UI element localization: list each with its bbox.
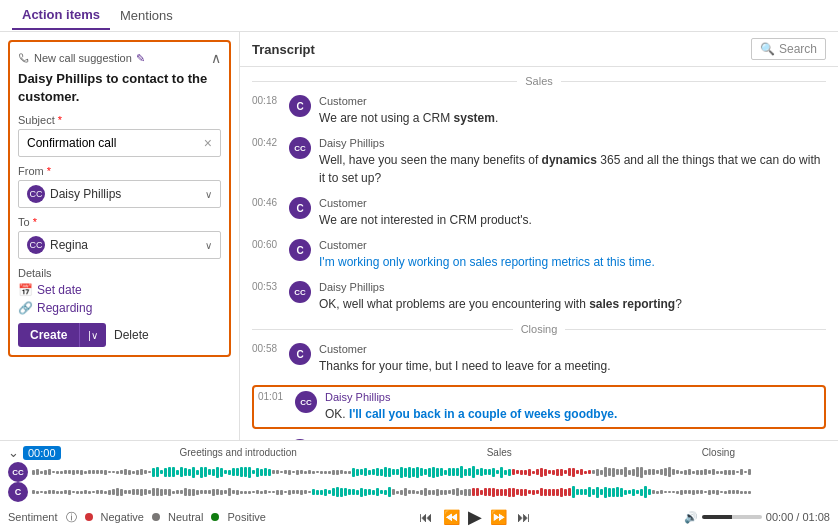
waveform-row-customer: C	[8, 482, 830, 502]
suggestion-label: New call suggestion ✎	[18, 52, 145, 65]
collapse-timeline-icon[interactable]: ⌄	[8, 445, 19, 460]
table-row: 00:42 CC Daisy Phillips Well, have you s…	[252, 137, 826, 187]
msg-content: Customer We are not interested in CRM pr…	[319, 197, 826, 229]
play-button[interactable]: ▶	[468, 506, 482, 528]
table-row: 00:53 CC Daisy Phillips OK, well what pr…	[252, 281, 826, 313]
avatar: C	[289, 197, 311, 219]
table-row: 00:18 C Customer We are not using a CRM …	[252, 95, 826, 127]
avatar: C	[289, 95, 311, 117]
to-avatar: CC	[27, 236, 45, 254]
next-button[interactable]: ⏭	[515, 507, 533, 527]
from-avatar: CC	[27, 185, 45, 203]
search-box[interactable]: 🔍 Search	[751, 38, 826, 60]
waveform-row-daisy: CC	[8, 462, 830, 482]
subject-label: Subject *	[18, 114, 221, 126]
phone-icon	[18, 52, 30, 64]
neutral-label: Neutral	[168, 511, 203, 523]
closing-divider: Closing	[252, 323, 826, 335]
create-button-group: Create |∨	[18, 323, 106, 347]
msg-sender: Daisy Phillips	[319, 137, 826, 149]
tab-mentions[interactable]: Mentions	[110, 2, 183, 29]
timeline-label-sales: Sales	[487, 447, 512, 458]
delete-button[interactable]: Delete	[114, 328, 149, 342]
msg-content: Daisy Phillips OK. I'll call you back in…	[325, 391, 820, 423]
highlight-link: I'll call you back in a couple of weeks …	[349, 407, 617, 421]
msg-time: 00:58	[252, 343, 277, 354]
msg-sender: Daisy Phillips	[325, 391, 820, 403]
avatar: CC	[289, 281, 311, 303]
regarding-link[interactable]: 🔗 Regarding	[18, 301, 221, 315]
search-placeholder: Search	[779, 42, 817, 56]
prev-button[interactable]: ⏮	[417, 507, 435, 527]
time-badge: 00:00	[23, 446, 61, 460]
neutral-dot	[152, 513, 160, 521]
msg-sender: Daisy Phillips	[319, 281, 826, 293]
msg-sender: Customer	[319, 95, 826, 107]
table-row: 00:58 C Customer Thanks for your time, b…	[252, 343, 826, 375]
sentiment-label: Sentiment	[8, 511, 58, 523]
table-row: 00:60 C Customer I'm working only workin…	[252, 239, 826, 271]
subject-clear-icon[interactable]: ×	[204, 135, 212, 151]
rewind-button[interactable]: ⏪	[441, 507, 462, 527]
link-icon: 🔗	[18, 301, 33, 315]
create-dropdown-arrow[interactable]: |∨	[79, 323, 106, 347]
volume-section: 🔊 00:00 / 01:08	[684, 511, 830, 524]
volume-slider[interactable]	[702, 515, 762, 519]
collapse-icon[interactable]: ∧	[211, 50, 221, 66]
transcript-title: Transcript	[252, 42, 315, 57]
msg-text: I'm working only working on sales report…	[319, 253, 826, 271]
msg-time: 01:01	[258, 391, 283, 402]
negative-dot	[85, 513, 93, 521]
from-chevron-icon: ∨	[205, 189, 212, 200]
msg-sender: Customer	[319, 239, 826, 251]
to-chevron-icon: ∨	[205, 240, 212, 251]
positive-dot	[211, 513, 219, 521]
msg-time: 00:42	[252, 137, 277, 148]
msg-text: OK. I'll call you back in a couple of we…	[325, 405, 820, 423]
msg-content: Daisy Phillips OK, well what problems ar…	[319, 281, 826, 313]
details-label: Details	[18, 267, 221, 279]
msg-time: 00:60	[252, 239, 277, 250]
to-value: Regina	[50, 238, 205, 252]
calendar-icon: 📅	[18, 283, 33, 297]
timeline-label-closing: Closing	[702, 447, 735, 458]
avatar: C	[289, 343, 311, 365]
avatar: CC	[289, 137, 311, 159]
subject-input[interactable]	[27, 136, 204, 150]
negative-label: Negative	[101, 511, 144, 523]
forward-button[interactable]: ⏩	[488, 507, 509, 527]
transcript-messages: Sales 00:18 C Customer We are not using …	[240, 67, 838, 440]
msg-sender: Customer	[319, 197, 826, 209]
playback-controls: ⏮ ⏪ ▶ ⏩ ⏭	[417, 506, 533, 528]
waveform-track-customer[interactable]	[32, 484, 830, 500]
msg-time: 00:18	[252, 95, 277, 106]
msg-text: OK, well what problems are you encounter…	[319, 295, 826, 313]
edit-icon[interactable]: ✎	[136, 52, 145, 65]
from-value: Daisy Phillips	[50, 187, 205, 201]
subject-input-box[interactable]: ×	[18, 129, 221, 157]
tab-action-items[interactable]: Action items	[12, 1, 110, 30]
msg-text: We are not interested in CRM product's.	[319, 211, 826, 229]
time-display: 00:00 / 01:08	[766, 511, 830, 523]
sentiment-info-icon: ⓘ	[66, 510, 77, 525]
msg-content: Customer Thanks for your time, but I nee…	[319, 343, 826, 375]
msg-content: Customer I'm working only working on sal…	[319, 239, 826, 271]
msg-text: Well, have you seen the many benefits of…	[319, 151, 826, 187]
waveform-avatar-customer: C	[8, 482, 28, 502]
timeline-label-greetings: Greetings and introduction	[179, 447, 296, 458]
create-button[interactable]: Create	[18, 323, 79, 347]
suggestion-text: New call suggestion	[34, 52, 132, 64]
msg-text: Thanks for your time, but I need to leav…	[319, 357, 826, 375]
table-row: 00:46 C Customer We are not interested i…	[252, 197, 826, 229]
to-dropdown[interactable]: CC Regina ∨	[18, 231, 221, 259]
search-icon: 🔍	[760, 42, 775, 56]
to-label: To *	[18, 216, 221, 228]
avatar: CC	[295, 391, 317, 413]
set-date-link[interactable]: 📅 Set date	[18, 283, 221, 297]
volume-icon: 🔊	[684, 511, 698, 524]
from-dropdown[interactable]: CC Daisy Phillips ∨	[18, 180, 221, 208]
suggestion-title: Daisy Phillips to contact to the custome…	[18, 70, 221, 106]
waveform-track-daisy[interactable]	[32, 464, 830, 480]
msg-content: Customer We are not using a CRM system.	[319, 95, 826, 127]
msg-sender: Customer	[319, 343, 826, 355]
